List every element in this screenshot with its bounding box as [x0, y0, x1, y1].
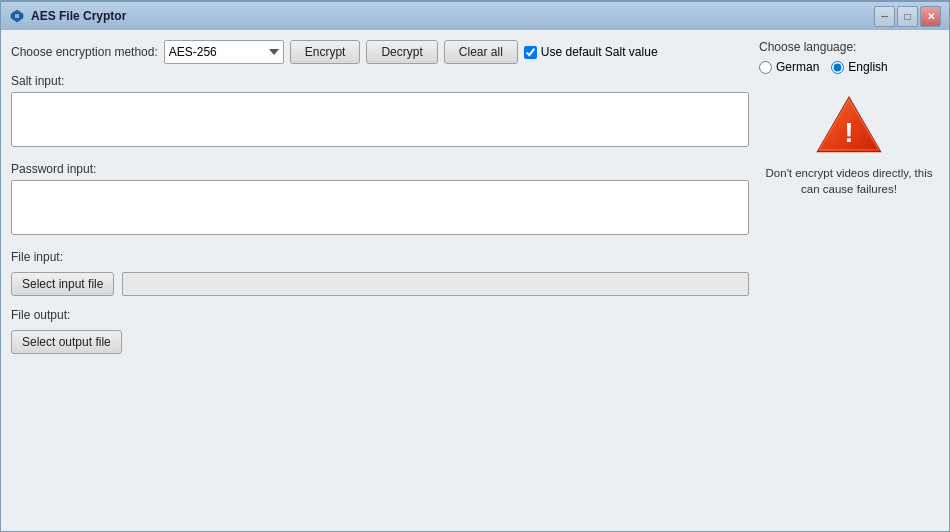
- warning-text: Don't encrypt videos directly, this can …: [759, 165, 939, 197]
- decrypt-button[interactable]: Decrypt: [366, 40, 437, 64]
- maximize-button[interactable]: □: [897, 6, 918, 27]
- german-radio[interactable]: [759, 61, 772, 74]
- app-icon: [9, 8, 25, 24]
- english-language-option[interactable]: English: [831, 60, 887, 74]
- password-input-field[interactable]: [11, 180, 749, 235]
- german-label: German: [776, 60, 819, 74]
- main-window: AES File Cryptor ─ □ ✕ Choose encryption…: [0, 0, 950, 532]
- select-input-file-button[interactable]: Select input file: [11, 272, 114, 296]
- use-default-salt-label[interactable]: Use default Salt value: [524, 45, 658, 59]
- english-radio[interactable]: [831, 61, 844, 74]
- svg-rect-0: [15, 14, 19, 18]
- language-label: Choose language:: [759, 40, 888, 54]
- window-controls: ─ □ ✕: [874, 6, 941, 27]
- language-section: Choose language: German English: [759, 40, 888, 74]
- file-input-section: File input: Select input file: [11, 250, 749, 296]
- title-bar: AES File Cryptor ─ □ ✕: [1, 2, 949, 30]
- file-input-label: File input:: [11, 250, 749, 264]
- content-area: Choose encryption method: AES-256 AES-12…: [1, 30, 949, 531]
- window-title: AES File Cryptor: [31, 9, 874, 23]
- right-panel: Choose language: German English: [759, 40, 939, 521]
- select-output-file-button[interactable]: Select output file: [11, 330, 122, 354]
- minimize-button[interactable]: ─: [874, 6, 895, 27]
- close-button[interactable]: ✕: [920, 6, 941, 27]
- english-label: English: [848, 60, 887, 74]
- password-section: Password input:: [11, 162, 749, 238]
- file-output-row: Select output file: [11, 330, 749, 354]
- password-label: Password input:: [11, 162, 749, 176]
- main-panel: Choose encryption method: AES-256 AES-12…: [11, 40, 749, 521]
- german-language-option[interactable]: German: [759, 60, 819, 74]
- language-radio-group: German English: [759, 60, 888, 74]
- encryption-method-dropdown[interactable]: AES-256 AES-128 AES-192: [164, 40, 284, 64]
- use-default-salt-checkbox[interactable]: [524, 46, 537, 59]
- salt-section: Salt input:: [11, 74, 749, 150]
- warning-triangle-icon: !: [814, 92, 884, 157]
- encrypt-button[interactable]: Encrypt: [290, 40, 361, 64]
- file-input-display: [122, 272, 749, 296]
- use-default-salt-text: Use default Salt value: [541, 45, 658, 59]
- salt-input-field[interactable]: [11, 92, 749, 147]
- file-output-section: File output: Select output file: [11, 308, 749, 354]
- file-output-label: File output:: [11, 308, 749, 322]
- salt-label: Salt input:: [11, 74, 749, 88]
- svg-text:!: !: [844, 117, 853, 148]
- encryption-method-label: Choose encryption method:: [11, 45, 158, 59]
- toolbar: Choose encryption method: AES-256 AES-12…: [11, 40, 749, 64]
- clear-all-button[interactable]: Clear all: [444, 40, 518, 64]
- file-input-row: Select input file: [11, 272, 749, 296]
- warning-box: ! Don't encrypt videos directly, this ca…: [759, 92, 939, 197]
